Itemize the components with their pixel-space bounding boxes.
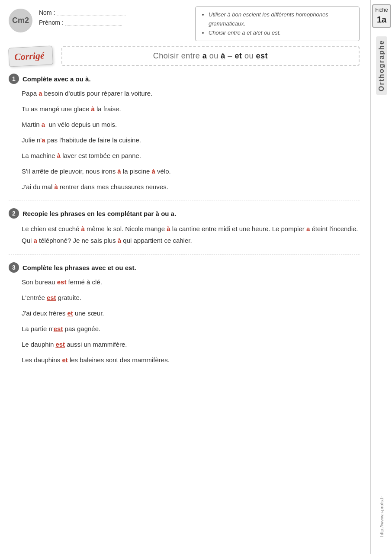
title-a-grave: à xyxy=(221,52,225,60)
exercise-2: 2 Recopie les phrases en les complétant … xyxy=(9,208,360,246)
divider-1 xyxy=(9,200,360,200)
ans-e3-5: est xyxy=(55,341,65,348)
answer-a-4: a xyxy=(42,136,45,144)
main-content: Cm2 Nom : Prénom : Utiliser à bon escien… xyxy=(0,0,368,382)
ex3-sentence-6: Les dauphins et les baleines sont des ma… xyxy=(22,355,360,365)
ex1-sentence-1: Papa a besoin d'outils pour réparer la v… xyxy=(22,88,360,99)
ex1-sentence-7: J'ai du mal à rentrer dans mes chaussure… xyxy=(22,182,360,192)
answer-a-6b: à xyxy=(152,167,155,175)
fiche-label: Fiche xyxy=(374,7,389,14)
exercise-2-label: Recopie les phrases en les complétant pa… xyxy=(22,210,176,217)
prenom-dotted-line xyxy=(65,19,122,26)
ans-e2-2: à xyxy=(167,225,170,232)
ex3-sentence-1: Son bureau est fermé à clé. xyxy=(22,277,360,287)
ex1-sentence-3: Martin a un vélo depuis un mois. xyxy=(22,119,360,130)
answer-a-3: a xyxy=(42,121,45,128)
ex1-sentence-6: S'il arrête de pleuvoir, nous irons à la… xyxy=(22,166,360,177)
answer-a-5: à xyxy=(57,152,61,159)
exercise-3: 3 Complète les phrases avec et ou est. S… xyxy=(9,262,360,365)
corrige-stamp: Corrigé xyxy=(8,45,53,67)
ans-e2-5: à xyxy=(118,237,121,244)
answer-a-2: à xyxy=(91,105,94,113)
right-sidebar: Fiche 1a Orthographe http://www.i-profs.… xyxy=(370,0,392,554)
ans-e3-3: et xyxy=(67,309,73,317)
objective-2: Choisir entre a et à/et ou est. xyxy=(209,29,354,38)
answer-a-6a: à xyxy=(117,167,121,175)
exercise-1-label: Complète avec a ou à. xyxy=(22,75,91,83)
ans-e3-1: est xyxy=(57,278,67,286)
ex3-sentence-5: Le dauphin est aussi un mammifère. xyxy=(22,339,360,350)
exercise-3-num: 3 xyxy=(9,262,19,273)
answer-a-7: à xyxy=(54,183,58,190)
ans-e3-6: et xyxy=(62,356,67,364)
nom-dotted-line xyxy=(57,9,126,16)
objectives-list: Utiliser à bon escient les différents ho… xyxy=(201,10,354,37)
exercise-2-title: 2 Recopie les phrases en les complétant … xyxy=(9,208,360,219)
corrige-section: Corrigé Choisir entre a ou à – et ou est xyxy=(9,46,360,66)
ans-e3-4: est xyxy=(54,325,63,332)
ans-e2-1: à xyxy=(81,225,85,232)
fiche-box: Fiche 1a xyxy=(372,4,391,28)
ex2-paragraph: Le chien est couché à même le sol. Nicol… xyxy=(22,223,360,246)
exercise-1-num: 1 xyxy=(9,74,19,84)
header: Cm2 Nom : Prénom : Utiliser à bon escien… xyxy=(9,6,360,41)
subject-label: Orthographe xyxy=(376,36,387,95)
ex1-sentence-5: La machine à laver est tombée en panne. xyxy=(22,151,360,161)
ex3-sentence-3: J'ai deux frères et une sœur. xyxy=(22,308,360,319)
title-box: Choisir entre a ou à – et ou est xyxy=(61,46,360,66)
exercise-1-title: 1 Complète avec a ou à. xyxy=(9,74,360,84)
objectives-box: Utiliser à bon escient les différents ho… xyxy=(195,6,360,41)
ans-e3-2: est xyxy=(47,294,56,301)
prenom-line: Prénom : xyxy=(39,19,189,26)
exercise-2-num: 2 xyxy=(9,208,19,219)
nom-prenom-block: Nom : Prénom : xyxy=(39,6,189,29)
exercise-3-title: 3 Complète les phrases avec et ou est. xyxy=(9,262,360,273)
fiche-number: 1a xyxy=(374,14,389,25)
title-a: a xyxy=(202,52,207,60)
divider-2 xyxy=(9,254,360,254)
ex1-sentence-2: Tu as mangé une glace à la fraise. xyxy=(22,104,360,114)
ans-e2-4: a xyxy=(34,237,37,244)
exercise-3-label: Complète les phrases avec et ou est. xyxy=(22,264,136,271)
title-et: et xyxy=(235,52,242,60)
cm2-badge: Cm2 xyxy=(9,9,32,32)
answer-a-1: a xyxy=(39,90,42,97)
title-est: est xyxy=(256,52,268,60)
ex3-sentence-4: La partie n'est pas gagnée. xyxy=(22,324,360,334)
objective-1: Utiliser à bon escient les différents ho… xyxy=(209,10,354,29)
website-label: http://www.i-profs.fr xyxy=(379,496,384,537)
nom-line: Nom : xyxy=(39,9,189,16)
exercise-1: 1 Complète avec a ou à. Papa a besoin d'… xyxy=(9,74,360,192)
ans-e2-3: a xyxy=(306,225,310,232)
ex3-sentence-2: L'entrée est gratuite. xyxy=(22,293,360,303)
ex1-sentence-4: Julie n'a pas l'habitude de faire la cui… xyxy=(22,135,360,145)
